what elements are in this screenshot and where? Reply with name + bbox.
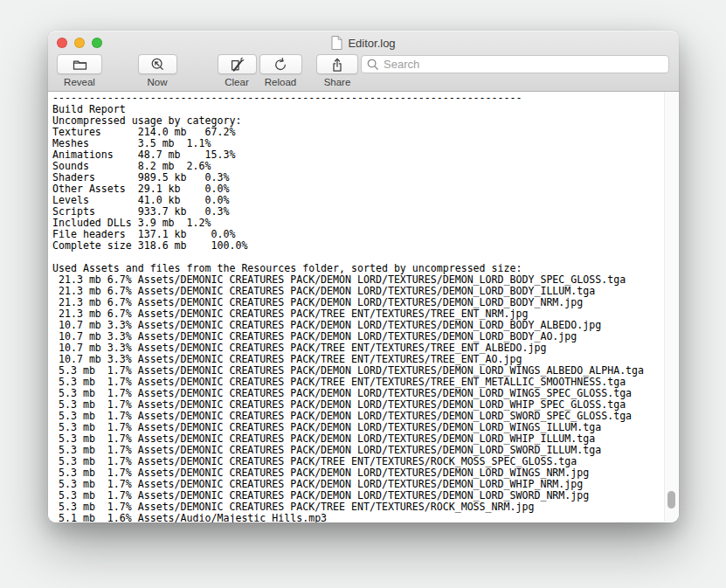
reload-button[interactable] [259,54,302,74]
search-icon [366,58,379,71]
vertical-scrollbar[interactable] [664,92,678,522]
minimize-button[interactable] [74,38,85,48]
share-button-label: Share [324,77,351,87]
window-title-group: Editor.log [153,35,574,51]
scrollbar-thumb[interactable] [667,491,675,508]
reload-button-label: Reload [265,77,296,87]
log-content-pane: ----------------------------------------… [48,92,679,522]
document-icon [331,36,342,50]
search-input[interactable] [382,57,668,72]
reload-icon [273,57,288,73]
clear-button-label: Clear [225,77,248,87]
share-button[interactable] [316,54,358,74]
log-viewer-window: Editor.log Reveal Now [48,31,679,522]
now-button-label: Now [147,77,167,87]
window-title: Editor.log [348,37,395,50]
now-button[interactable] [138,54,177,74]
reveal-button[interactable] [57,54,102,74]
search-field[interactable] [361,55,669,73]
clear-button[interactable] [218,54,257,74]
log-text: ----------------------------------------… [52,93,664,522]
reveal-button-label: Reveal [64,77,95,87]
zoom-button[interactable] [92,38,102,48]
share-icon [329,57,345,73]
close-button[interactable] [57,38,67,48]
clear-icon [229,57,245,72]
locate-icon [149,57,165,72]
folder-icon [72,57,88,72]
window-titlebar[interactable]: Editor.log Reveal Now [48,31,679,92]
